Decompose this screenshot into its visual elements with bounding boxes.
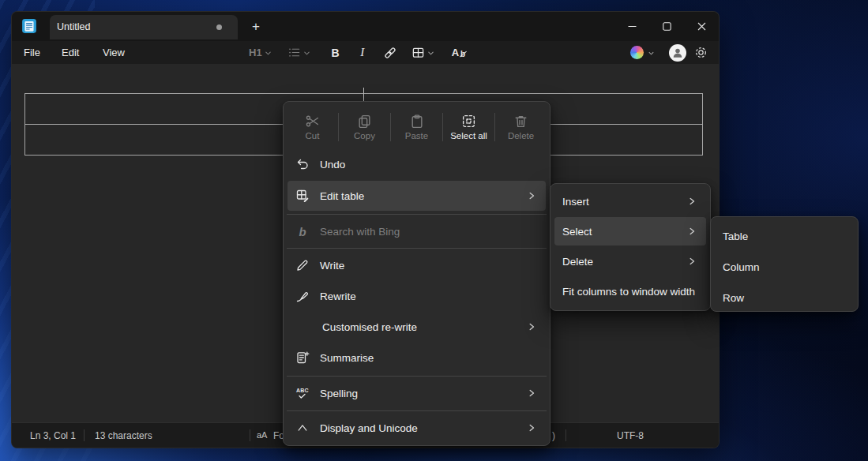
tab-untitled[interactable]: Untitled: [50, 15, 238, 39]
character-count: 13 characters: [95, 430, 152, 441]
person-icon: [671, 46, 685, 60]
account-button[interactable]: [669, 44, 686, 62]
submenu-item-insert[interactable]: Insert: [554, 187, 706, 216]
spelling-icon: ABC: [295, 388, 310, 399]
delete-icon: [513, 114, 528, 129]
context-menu: Cut Copy Paste Select all Delete Undo: [283, 101, 550, 446]
chevron-down-icon: [303, 46, 310, 60]
clear-formatting-button[interactable]: Ab: [449, 43, 469, 62]
cut-icon: [305, 114, 320, 129]
menu-file[interactable]: File: [19, 41, 45, 64]
cut-label: Cut: [306, 131, 320, 141]
menu-item-display-and-unicode[interactable]: Display and Unicode: [287, 413, 546, 443]
menu-item-label: Search with Bing: [320, 226, 400, 238]
menu-item-write[interactable]: Write: [287, 250, 546, 280]
minimize-button[interactable]: [614, 12, 649, 40]
quick-actions-row: Cut Copy Paste Select all Delete: [287, 107, 547, 148]
paste-button: Paste: [391, 107, 442, 148]
delete-button: Delete: [495, 107, 547, 148]
summarise-icon: [295, 350, 310, 365]
submenu-item-delete[interactable]: Delete: [554, 247, 706, 275]
chevron-right-icon: [687, 227, 697, 236]
table-dropdown[interactable]: [408, 43, 438, 62]
encoding-indicator: UTF-8: [617, 430, 644, 441]
submenu-item-row[interactable]: Row: [715, 283, 854, 312]
new-tab-button[interactable]: +: [246, 17, 266, 37]
table-icon: [411, 46, 425, 59]
tab-bar: Untitled +: [12, 12, 719, 41]
menu-item-customised-re-write[interactable]: Customised re-write: [287, 312, 546, 342]
heading-dropdown: H1: [246, 43, 275, 62]
pen-icon: [295, 289, 310, 303]
pencil-icon: [295, 258, 310, 272]
copy-icon: [357, 114, 372, 129]
unsaved-changes-dot: [216, 24, 222, 30]
list-dropdown: [284, 43, 314, 62]
chevron-down-icon: [427, 46, 434, 60]
menu-item-undo[interactable]: Undo: [287, 149, 546, 179]
toolbar-right-group: [630, 41, 708, 64]
menu-item-label: Spelling: [320, 388, 358, 399]
gear-icon: [694, 46, 708, 59]
menu-item-label: Summarise: [320, 352, 374, 364]
close-button[interactable]: [684, 12, 719, 40]
submenu-item-label: Row: [723, 292, 744, 304]
menu-view[interactable]: View: [98, 41, 130, 64]
submenu-item-table[interactable]: Table: [715, 222, 854, 250]
edit-table-submenu: Insert Select Delete Fit columns to wind…: [550, 183, 711, 311]
status-divider: [84, 429, 85, 441]
menu-separator: [287, 376, 547, 377]
settings-button[interactable]: [694, 46, 708, 59]
menu-separator: [287, 214, 547, 215]
select-all-label: Select all: [450, 131, 487, 141]
bullet-list-icon: [287, 46, 301, 59]
menu-item-summarise[interactable]: Summarise: [287, 343, 546, 373]
submenu-item-fit-columns[interactable]: Fit columns to window width: [554, 277, 706, 305]
menu-item-label: Write: [320, 260, 344, 272]
bold-button[interactable]: B: [326, 43, 345, 62]
toolbar: File Edit View H1 B I Ab: [12, 41, 719, 64]
status-divider: [566, 429, 566, 441]
menu-item-search-with-bing: b Search with Bing: [287, 216, 546, 246]
select-all-button[interactable]: Select all: [443, 107, 494, 148]
submenu-item-select[interactable]: Select: [554, 217, 706, 245]
minimize-icon: [628, 22, 637, 31]
menu-item-label: Display and Unicode: [320, 422, 418, 434]
notepad-app-icon: [21, 18, 37, 34]
chevron-right-icon: [527, 388, 536, 398]
paste-label: Paste: [405, 131, 428, 141]
cut-button: Cut: [287, 107, 338, 148]
menu-separator: [287, 248, 547, 249]
menu-item-rewrite[interactable]: Rewrite: [287, 281, 546, 311]
menu-edit[interactable]: Edit: [57, 41, 84, 64]
format-toolbar: H1 B I Ab: [246, 41, 468, 64]
submenu-item-label: Column: [723, 261, 760, 273]
submenu-item-label: Insert: [562, 196, 589, 208]
maximize-icon: [663, 22, 671, 31]
copilot-dropdown[interactable]: [630, 46, 655, 60]
paste-icon: [409, 114, 424, 129]
copy-label: Copy: [354, 131, 375, 141]
menu-item-label: Edit table: [320, 190, 364, 202]
select-submenu: Table Column Row: [710, 216, 859, 312]
menu-item-label: Undo: [320, 159, 345, 171]
italic-label: I: [360, 46, 364, 59]
menu-item-edit-table[interactable]: Edit table: [287, 181, 546, 211]
cursor-position: Ln 3, Col 1: [30, 430, 76, 441]
menu-item-label: Customised re-write: [322, 321, 417, 333]
copilot-icon: [630, 46, 644, 59]
link-icon: [383, 46, 397, 60]
submenu-item-column[interactable]: Column: [715, 253, 854, 281]
maximize-button[interactable]: [649, 12, 684, 40]
link-button[interactable]: [380, 43, 400, 62]
chevron-right-icon: [527, 423, 536, 433]
chevron-right-icon: [527, 191, 536, 201]
text-caret: [363, 88, 364, 102]
italic-button[interactable]: I: [353, 43, 372, 62]
submenu-item-label: Select: [562, 226, 592, 238]
menu-item-spelling[interactable]: ABC Spelling: [287, 378, 546, 408]
submenu-item-label: Delete: [562, 256, 593, 268]
chevron-right-icon: [687, 257, 697, 266]
submenu-item-label: Table: [723, 230, 748, 242]
bold-label: B: [332, 47, 340, 59]
